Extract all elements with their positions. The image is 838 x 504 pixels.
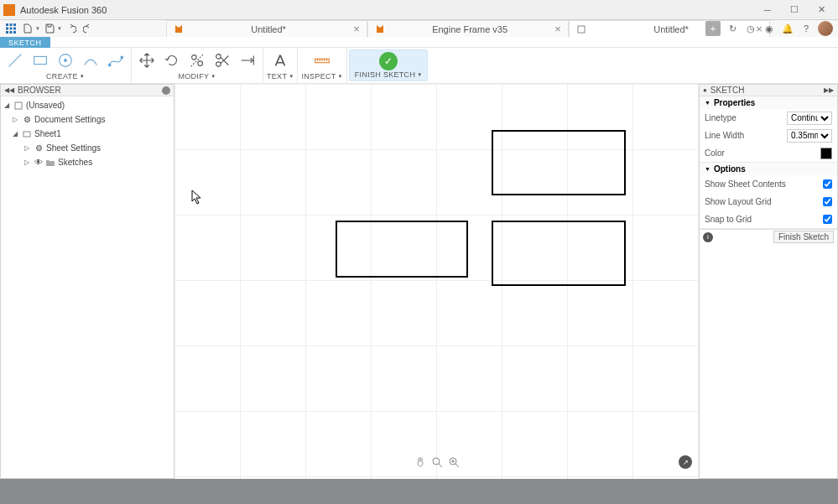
inspect-label[interactable]: INSPECT: [301, 72, 336, 81]
tree-item-sketches[interactable]: ▷ 👁 Sketches: [1, 155, 174, 169]
maximize-button[interactable]: ☐: [781, 2, 808, 18]
user-avatar[interactable]: [818, 21, 833, 36]
folder-icon: [44, 158, 56, 168]
sketch-panel: ● SKETCH ▶▶ ▼Properties Linetype Continu…: [699, 84, 838, 479]
tree-label: Sheet Settings: [46, 143, 101, 153]
color-label: Color: [705, 148, 820, 158]
tab-untitled-1[interactable]: Untitled* ×: [166, 20, 367, 37]
job-status-icon[interactable]: ◉: [763, 22, 776, 35]
svg-point-31: [433, 458, 440, 465]
circle-tool[interactable]: [54, 49, 77, 72]
finish-label: FINISH SKETCH: [355, 70, 415, 79]
svg-point-20: [216, 55, 221, 60]
sketch-rectangle[interactable]: [492, 221, 626, 286]
tab-engine-frame[interactable]: Engine Frame v35 ×: [367, 20, 569, 37]
zoom-icon[interactable]: [430, 455, 444, 469]
svg-rect-7: [10, 31, 13, 34]
tab-file-icon: [375, 24, 385, 34]
move-tool[interactable]: [135, 49, 159, 72]
share-icon[interactable]: ↗: [679, 455, 692, 469]
doc-icon: [13, 101, 24, 111]
browser-settings-icon[interactable]: [162, 86, 170, 95]
create-label[interactable]: CREATE: [46, 72, 78, 81]
file-caret[interactable]: ▼: [35, 26, 40, 31]
tab-label: Engine Frame v35: [390, 24, 549, 34]
sketch-rectangle[interactable]: [336, 221, 468, 278]
drawing-canvas[interactable]: ↗: [174, 84, 699, 479]
tree-label: (Unsaved): [26, 101, 65, 110]
svg-rect-29: [15, 102, 22, 109]
refresh-icon[interactable]: ↻: [726, 22, 739, 35]
tree-item-doc-settings[interactable]: ▷ ⚙ Document Settings: [1, 112, 174, 127]
options-header[interactable]: ▼Options: [700, 163, 837, 175]
new-tab-button[interactable]: +: [705, 21, 721, 36]
tree-item-unsaved[interactable]: ◢ (Unsaved): [1, 98, 174, 112]
pan-icon[interactable]: [414, 455, 427, 469]
info-icon[interactable]: i: [703, 232, 713, 242]
text-label[interactable]: TEXT: [267, 72, 287, 81]
tree-item-sheet1[interactable]: ◢ Sheet1: [1, 127, 174, 141]
collapse-browser-icon[interactable]: ◀◀: [4, 86, 14, 94]
snap-checkbox[interactable]: [823, 215, 832, 224]
svg-line-32: [439, 464, 442, 467]
eye-icon[interactable]: 👁: [33, 158, 44, 168]
linetype-label: Linetype: [705, 113, 787, 122]
tab-file-icon: [174, 24, 184, 34]
text-tool[interactable]: [268, 49, 292, 72]
rectangle-tool[interactable]: [29, 49, 52, 72]
options-label: Options: [714, 164, 746, 174]
close-button[interactable]: ✕: [808, 2, 835, 18]
save-icon[interactable]: [42, 21, 57, 36]
sheet-icon: [21, 129, 33, 139]
svg-point-16: [192, 55, 197, 60]
measure-tool[interactable]: [310, 49, 334, 72]
redo-icon[interactable]: [81, 21, 96, 36]
color-picker[interactable]: [820, 148, 832, 159]
rotate-tool[interactable]: [160, 49, 184, 72]
extend-tool[interactable]: [236, 49, 259, 72]
tab-close-icon[interactable]: ×: [554, 23, 561, 35]
linewidth-select[interactable]: 0.35mm (Mi..: [787, 129, 832, 143]
browser-panel: ◀◀ BROWSER ◢ (Unsaved) ▷ ⚙ Document Sett…: [0, 84, 174, 479]
arc-tool[interactable]: [79, 49, 102, 72]
file-icon[interactable]: [20, 21, 35, 36]
mirror-tool[interactable]: [185, 49, 209, 72]
tab-close-icon[interactable]: ×: [353, 23, 360, 35]
trim-tool[interactable]: [211, 49, 234, 72]
svg-point-17: [198, 61, 203, 66]
ribbon-tab-sketch[interactable]: SKETCH: [0, 37, 50, 48]
svg-point-14: [108, 64, 111, 66]
svg-rect-6: [6, 31, 8, 34]
browser-title: BROWSER: [18, 86, 61, 95]
help-icon[interactable]: ?: [799, 22, 813, 35]
save-caret[interactable]: ▼: [57, 26, 62, 31]
show-contents-checkbox[interactable]: [823, 179, 832, 189]
line-tool[interactable]: [3, 49, 27, 72]
fit-icon[interactable]: [447, 455, 461, 469]
spline-tool[interactable]: [104, 49, 128, 72]
minimize-button[interactable]: ─: [754, 2, 781, 18]
finish-sketch-button[interactable]: ✓ FINISH SKETCH▼: [349, 49, 429, 81]
extensions-icon[interactable]: ◷: [744, 22, 757, 35]
finish-sketch-panel-button[interactable]: Finish Sketch: [773, 231, 834, 243]
svg-point-15: [121, 56, 123, 59]
svg-rect-2: [13, 23, 16, 26]
svg-rect-11: [34, 56, 47, 64]
grid-menu-icon[interactable]: [3, 21, 18, 36]
modify-label[interactable]: MODIFY: [178, 72, 209, 81]
notification-icon[interactable]: 🔔: [781, 22, 794, 35]
tree-item-sheet-settings[interactable]: ▷ ⚙ Sheet Settings: [1, 141, 174, 155]
properties-header[interactable]: ▼Properties: [700, 96, 837, 109]
checkmark-icon: ✓: [379, 52, 398, 70]
svg-rect-0: [6, 23, 8, 26]
sketch-rectangle[interactable]: [492, 130, 626, 195]
expand-panel-icon[interactable]: ▶▶: [824, 86, 834, 94]
undo-icon[interactable]: [64, 21, 79, 36]
svg-rect-4: [10, 28, 13, 30]
app-title: Autodesk Fusion 360: [20, 5, 754, 15]
linewidth-label: Line Width: [705, 131, 787, 140]
panel-icon[interactable]: ●: [703, 86, 707, 94]
linetype-select[interactable]: Continuous: [787, 112, 832, 125]
show-grid-checkbox[interactable]: [823, 197, 832, 206]
svg-line-36: [455, 464, 459, 467]
